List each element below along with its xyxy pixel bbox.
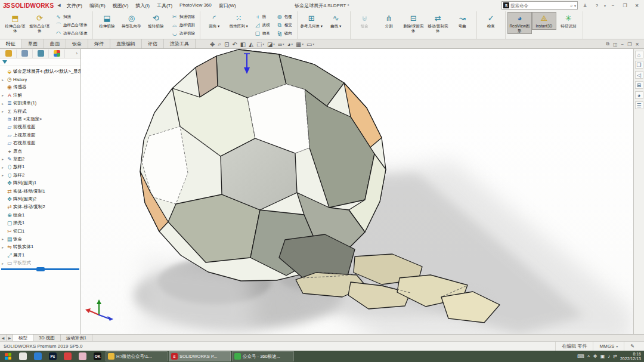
ribbon-small-button[interactable]: ⧉相交 (274, 21, 294, 29)
feature-tree-item[interactable]: ◉传感器 (0, 83, 80, 91)
ribbon-button[interactable]: ⇄移动/复制实体 (426, 12, 450, 34)
view-settings-icon[interactable]: ▭▾ (306, 41, 314, 48)
feature-tree-item[interactable]: ▸▤钣金 (0, 235, 80, 243)
ribbon-button[interactable]: ◎异型孔向导 (119, 12, 144, 30)
tray-volume-icon[interactable]: ♪ (608, 354, 610, 359)
start-button[interactable] (0, 351, 16, 362)
graphics-viewport[interactable] (81, 49, 633, 334)
taskbar-window-button[interactable]: SSOLIDWORKS P... (169, 351, 231, 361)
help-button[interactable]: ? (592, 3, 602, 8)
apply-scene-icon[interactable]: ▦▾ (296, 41, 304, 48)
ribbon-button[interactable]: ⊞参考几何体 ▾ (299, 12, 324, 30)
doc-tab-nav-arrow[interactable]: ▶ (7, 335, 13, 341)
feature-tree-item[interactable]: ▸▭平板型式 (0, 259, 80, 267)
filter-funnel-icon[interactable] (2, 60, 7, 64)
expand-arrow-icon[interactable]: ▸ (2, 173, 6, 177)
restore-doc-button[interactable]: ❐ (627, 42, 631, 47)
expand-arrow-icon[interactable]: ▸ (2, 165, 6, 169)
ribbon-small-button[interactable]: ⌒放样凸台/基体 (53, 21, 89, 29)
section-view-icon[interactable]: ◧ (240, 41, 246, 48)
split-view-icon[interactable]: ◫ (613, 42, 618, 47)
ribbon-small-button[interactable]: ⫞筋 (252, 13, 272, 21)
ribbon-button[interactable]: ⟲旋转切除 (144, 12, 168, 30)
feature-tree-item[interactable]: ⇄实体-移动/复制1 (0, 187, 80, 195)
ribbon-button[interactable]: ⁙线性阵列 ▾ (227, 12, 251, 30)
ribbon-small-button[interactable]: ◡边界切除 (169, 29, 197, 38)
drag-handle-icon[interactable]: ✥ (210, 41, 215, 48)
ribbon-small-button[interactable]: ◠边界凸台/基体 (53, 29, 89, 38)
tray-gpu-icon[interactable]: ▣ (600, 354, 605, 359)
ribbon-button[interactable]: ⊎组合 (352, 12, 377, 30)
user-account-button[interactable]: ♟ (580, 3, 590, 8)
app-browser-blue[interactable] (30, 351, 45, 362)
minimize-doc-button[interactable]: − (621, 42, 624, 47)
menu-item[interactable]: 插入(I) (132, 1, 153, 10)
propertymanager-tab[interactable] (17, 49, 33, 58)
ribbon-small-button[interactable]: ∿扫描 (53, 13, 89, 21)
feature-tree-item[interactable]: ▸✎草图2 (0, 155, 80, 163)
menu-pin-icon[interactable]: ◀ (57, 3, 60, 8)
menu-item[interactable]: 编辑(E) (86, 1, 109, 10)
expand-arrow-icon[interactable]: ▸ (2, 261, 6, 265)
displaymanager-tab[interactable] (49, 49, 65, 58)
expand-arrow-icon[interactable]: ▸ (2, 237, 6, 241)
close-button[interactable]: ✕ (632, 3, 642, 8)
expand-arrow-icon[interactable]: ▸ (2, 109, 6, 113)
taskbar-window-button[interactable]: 公众号 - 360极速... (232, 351, 294, 361)
feature-tree-item[interactable]: ▸≣切割清单(1) (0, 100, 80, 107)
ribbon-button[interactable]: ✓检查 (479, 12, 503, 30)
app-screenshot[interactable] (60, 351, 75, 362)
panel-tabs-more-icon[interactable]: › (76, 51, 79, 56)
commandmanager-tab[interactable]: 焊件 (88, 39, 110, 48)
feature-tree-item[interactable]: ▸◷History (0, 75, 80, 83)
ribbon-button[interactable]: ⟁Instant3D (532, 12, 556, 30)
ribbon-button[interactable]: ⊟删除/保留实体 (401, 12, 426, 34)
rollback-bar[interactable] (1, 268, 79, 270)
doc-tab[interactable]: 模型 (13, 335, 33, 341)
commandmanager-tab[interactable]: 直接编辑 (110, 39, 142, 48)
ribbon-small-button[interactable]: ◍包覆 (274, 13, 294, 21)
commandmanager-tab[interactable]: 特征 (0, 39, 22, 48)
tray-network-icon[interactable]: ⇄ (613, 354, 617, 359)
previous-view-icon[interactable]: ↶ (232, 41, 237, 48)
feature-tree-item[interactable]: ✥阵列(圆周)1 (0, 179, 80, 187)
ribbon-small-button[interactable]: ✂扫描切除 (169, 13, 197, 21)
close-doc-button[interactable]: ✕ (635, 42, 639, 47)
expand-arrow-icon[interactable]: ▸ (2, 78, 6, 82)
menu-item[interactable]: 文件(F) (63, 1, 86, 10)
expand-arrow-icon[interactable]: ▸ (2, 245, 6, 249)
featuremanager-tab[interactable] (1, 49, 17, 58)
restore-button[interactable]: ❐ (620, 3, 630, 8)
edit-appearance-icon[interactable]: ◕▾ (287, 41, 293, 48)
feature-tree-item[interactable]: ✥阵列(圆周)2 (0, 195, 80, 203)
expand-arrow-icon[interactable]: ▸ (2, 157, 6, 161)
feature-tree-item[interactable]: ▢抽壳1 (0, 219, 80, 227)
ribbon-button[interactable]: ⬓拉伸切除 (95, 12, 119, 30)
ribbon-button[interactable]: ◜圆角 ▾ (202, 12, 227, 30)
ribbon-button[interactable]: ↝弯曲 (450, 12, 475, 30)
menu-item[interactable]: PhotoView 360 (176, 1, 215, 10)
doc-tab[interactable]: 运动算例1 (61, 335, 92, 341)
feature-tree-item[interactable]: ▸⇋转换实体1 (0, 243, 80, 251)
tree-filter-row[interactable] (0, 58, 80, 66)
ribbon-button[interactable]: ◕RealView图形 (507, 12, 532, 34)
commandmanager-tab[interactable]: 曲面 (44, 39, 66, 48)
search-caret-icon[interactable]: ▾ (574, 4, 576, 8)
app-media[interactable] (75, 351, 90, 362)
new-window-icon[interactable]: ⧉ (606, 41, 609, 47)
feature-tree-root[interactable]: ⬙钣金足球展开4 (默认<<默认>_显示状态) (0, 67, 80, 75)
file-explorer-icon[interactable]: ◁ (635, 71, 643, 79)
expand-arrow-icon[interactable]: ▸ (2, 93, 6, 97)
help-caret-icon[interactable]: ▾ (604, 4, 606, 8)
feature-tree-item[interactable]: ▱右视基准面 (0, 140, 80, 147)
feature-tree-item[interactable]: ▸⬯放样2 (0, 171, 80, 179)
menu-item[interactable]: 窗口(W) (215, 1, 240, 10)
view-palette-icon[interactable]: ⊞ (635, 81, 643, 89)
zoom-to-area-icon[interactable]: ⊡ (224, 41, 229, 48)
commandmanager-tab[interactable]: 草图 (22, 39, 44, 48)
ribbon-small-button[interactable]: ▢抽壳 (252, 29, 272, 38)
feature-tree-item[interactable]: ✂切口1 (0, 227, 80, 235)
feature-tree-item[interactable]: ⊕组合1 (0, 211, 80, 219)
tray-colors-icon[interactable]: ❖ (593, 354, 597, 359)
design-library-icon[interactable]: ❐ (635, 61, 643, 69)
